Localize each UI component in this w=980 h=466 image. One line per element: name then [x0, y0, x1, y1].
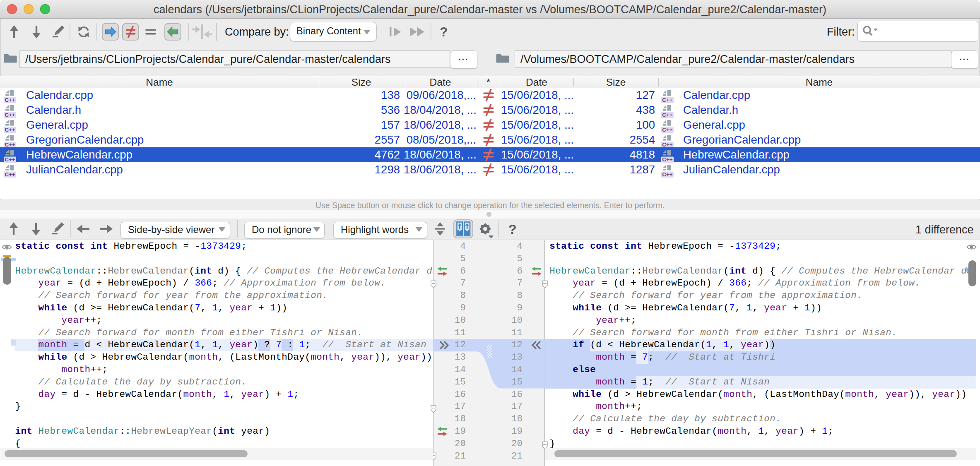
- svg-text:C++: C++: [5, 171, 15, 178]
- svg-text:?: ?: [508, 222, 517, 237]
- svg-text:C++: C++: [5, 142, 15, 148]
- svg-text:C++: C++: [662, 156, 673, 163]
- svg-text:C++: C++: [5, 156, 15, 163]
- svg-text:C++: C++: [5, 97, 15, 103]
- svg-text:?: ?: [440, 24, 448, 39]
- svg-text:C++: C++: [5, 112, 15, 118]
- svg-text:C++: C++: [662, 171, 673, 178]
- svg-text:C++: C++: [662, 142, 673, 148]
- svg-text:C++: C++: [662, 112, 673, 118]
- svg-text:C++: C++: [662, 127, 673, 133]
- svg-text:C++: C++: [662, 97, 673, 103]
- svg-text:C++: C++: [5, 127, 15, 133]
